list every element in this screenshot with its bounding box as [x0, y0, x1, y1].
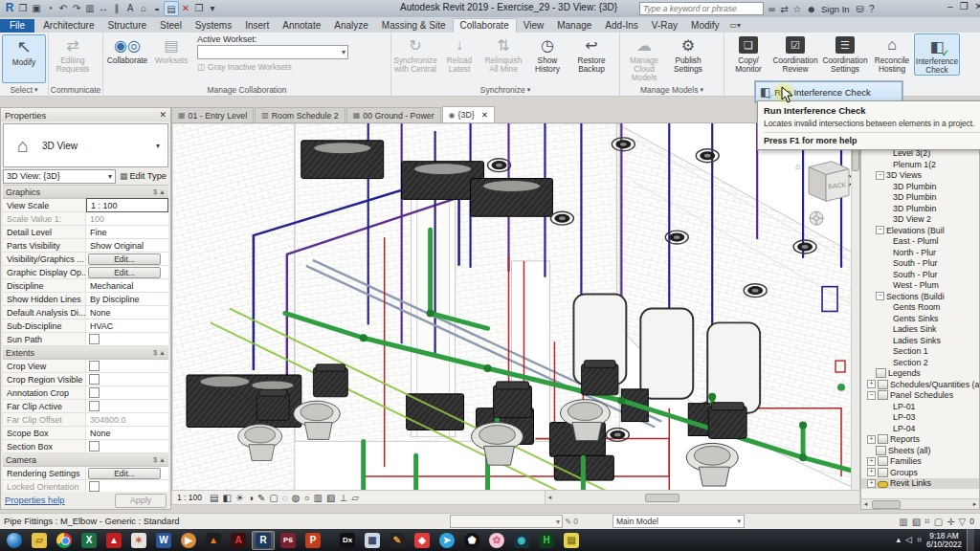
browser-item-section-1[interactable]: Section 1 — [861, 346, 979, 358]
view-tab-3d[interactable]: ◉{3D}✕ — [442, 106, 495, 122]
reveal-constraints-icon[interactable]: ▱ — [351, 493, 359, 503]
map-pin-app-icon[interactable]: ⬟ — [460, 531, 483, 550]
print-icon[interactable]: ▥ — [83, 1, 97, 14]
edit-button[interactable]: Edit... — [88, 267, 161, 278]
property-section-extents[interactable]: Extents$ ▲ — [3, 346, 168, 360]
exchange-apps-icon[interactable]: ⇄ — [780, 4, 788, 14]
temporary-hide-icon[interactable]: ◍ — [292, 493, 301, 503]
excel-icon[interactable]: X — [78, 531, 100, 550]
user-icon[interactable]: ☻ — [807, 4, 817, 14]
coordination-review-button[interactable]: ☑ Coordination Review — [770, 33, 820, 74]
restore-button[interactable]: ❐ — [960, 1, 969, 11]
checkbox[interactable] — [89, 401, 100, 411]
crop-view-icon[interactable]: ▢ — [269, 493, 278, 503]
select-links-icon[interactable]: ⌗ — [924, 516, 930, 527]
drag-elements-icon[interactable]: ✛ — [947, 517, 954, 527]
ribbon-tab-architecture[interactable]: Architecture — [36, 19, 100, 33]
tree-toggle-icon[interactable]: − — [876, 226, 884, 234]
property-value[interactable]: Fine — [86, 226, 168, 238]
browser-item-north-plur[interactable]: North - Plur — [861, 247, 979, 258]
canvas-vertical-scrollbar[interactable] — [851, 123, 859, 491]
start-button[interactable] — [3, 531, 26, 550]
favorites-star-icon[interactable]: ☆ — [793, 4, 802, 14]
property-value[interactable]: HVAC — [86, 320, 168, 332]
media-player-icon[interactable]: ▶ — [177, 531, 200, 550]
dx-icon[interactable]: Dx — [336, 531, 359, 550]
model-canvas[interactable]: ⌂ BACK — [171, 122, 860, 492]
panel-synchronize[interactable]: Synchronize — [391, 84, 619, 96]
tree-toggle-icon[interactable]: + — [867, 380, 876, 388]
view-instance-select[interactable]: 3D View: {3D} ▾ — [3, 169, 116, 184]
browser-item-lp-04[interactable]: LP-04 — [861, 423, 979, 434]
filter-icon[interactable]: ▽ — [959, 517, 967, 527]
checkbox[interactable] — [89, 481, 100, 492]
scroll-left-icon[interactable]: ◂ — [861, 500, 870, 508]
ribbon-tab-file[interactable]: File — [0, 19, 34, 33]
type-selector[interactable]: ⌂ 3D View ▾ — [3, 123, 168, 167]
property-value[interactable]: 304800.0 — [86, 413, 168, 426]
property-value[interactable]: None — [86, 306, 168, 319]
h-app-icon[interactable]: H — [535, 531, 558, 550]
apply-button[interactable]: Apply — [115, 494, 167, 508]
browser-item-sections-buildi[interactable]: −Sections (Buildi — [861, 291, 979, 302]
app-store-cart-icon[interactable]: ⛁ — [857, 4, 864, 14]
properties-help-link[interactable]: Properties help — [5, 496, 65, 505]
checkbox[interactable] — [89, 334, 100, 344]
collaborate-button[interactable]: ◉◎ Collaborate — [105, 33, 149, 65]
ribbon-tab-view[interactable]: View — [517, 19, 551, 33]
revit-logo[interactable]: R — [3, 1, 16, 14]
reload-latest-button[interactable]: ↓ Reload Latest — [437, 33, 481, 74]
ribbon-tab-manage[interactable]: Manage — [550, 19, 598, 33]
design-option-select[interactable]: Main Model ▾ — [612, 515, 745, 528]
ribbon-tab-structure[interactable]: Structure — [100, 19, 153, 33]
view-tab-room-schedule-2[interactable]: ▥Room Schedule 2 — [255, 107, 345, 122]
save-icon[interactable]: ▣ — [30, 1, 43, 14]
autocad-icon[interactable]: A — [227, 531, 250, 550]
reveal-hidden-icon[interactable]: ○ — [303, 493, 309, 503]
select-pinned-icon[interactable]: ▢ — [934, 517, 943, 527]
property-value[interactable]: None — [86, 427, 168, 439]
workset-status-select[interactable]: ▾ — [450, 515, 563, 528]
text-icon[interactable]: A — [123, 1, 137, 14]
show-desktop-button[interactable] — [967, 529, 974, 551]
ribbon-tab-add-ins[interactable]: Add-Ins — [598, 19, 644, 33]
browser-item-plenum-1-2[interactable]: Plenum 1(2 — [861, 159, 979, 170]
redo-icon[interactable]: ↷ — [70, 1, 83, 14]
view-tab-01-entry-level[interactable]: ▦01 - Entry Level — [171, 107, 254, 122]
browser-item-lp-01[interactable]: LP-01 — [861, 401, 979, 412]
browser-item-3d-plumbin[interactable]: 3D Plumbin — [861, 181, 979, 192]
switch-windows-icon[interactable]: ❐ — [192, 1, 206, 14]
checkbox[interactable] — [89, 387, 100, 398]
vlc-icon[interactable]: ▲ — [202, 531, 225, 550]
edit-button[interactable]: Edit... — [88, 468, 161, 479]
ribbon-tab-systems[interactable]: Systems — [189, 19, 238, 33]
design-options-icon[interactable]: ▧ — [912, 517, 921, 527]
section-pin-icon[interactable]: $ ▲ — [153, 456, 166, 463]
browser-item-east-pluml[interactable]: East - Pluml — [861, 236, 979, 248]
tree-toggle-icon[interactable]: + — [867, 457, 876, 466]
scroll-thumb[interactable] — [645, 494, 679, 502]
browser-item-sheets-all[interactable]: Sheets (all) — [861, 445, 979, 456]
browser-item-legends[interactable]: Legends — [861, 368, 979, 380]
browser-item-gents-sinks[interactable]: Gents Sinks — [861, 313, 979, 324]
tray-expand-icon[interactable]: ▴ — [897, 535, 902, 545]
ribbon-tab-steel[interactable]: Steel — [153, 19, 189, 33]
visual-style-icon[interactable]: ◧ — [222, 493, 231, 503]
checkbox[interactable] — [89, 361, 100, 371]
tree-toggle-icon[interactable]: + — [867, 468, 876, 476]
search-history-icon[interactable]: ∞ — [768, 4, 775, 14]
sketchy-lines-icon[interactable]: ✎ — [257, 493, 265, 503]
volume-icon[interactable]: ◁ — [905, 535, 912, 545]
browser-item-south-plur[interactable]: South - Plur — [861, 269, 979, 280]
paint-icon[interactable]: ✶ — [127, 531, 150, 550]
checkbox[interactable] — [89, 374, 100, 385]
scroll-right-icon[interactable]: ▸ — [970, 500, 979, 508]
qat-customize-icon[interactable]: ▾ — [206, 1, 219, 14]
shadows-icon[interactable]: ◑ — [248, 493, 254, 503]
screen-recorder-icon[interactable]: ◉ — [510, 531, 533, 550]
ribbon-tab-modify[interactable]: Modify — [684, 19, 725, 33]
section-pin-icon[interactable]: $ ▲ — [153, 349, 166, 356]
tree-toggle-icon[interactable]: − — [876, 171, 884, 180]
section-icon[interactable]: ◒ — [150, 1, 164, 14]
section-pin-icon[interactable]: $ ▲ — [153, 188, 166, 195]
